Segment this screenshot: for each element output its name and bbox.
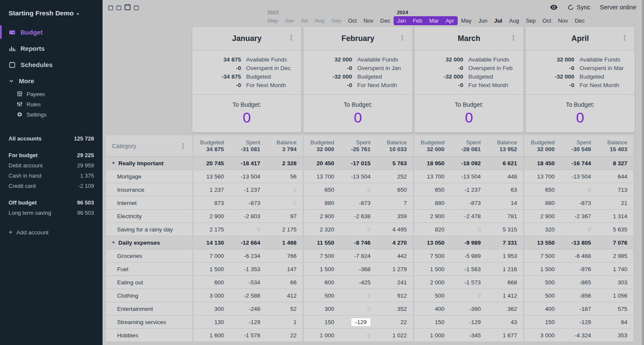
balance-cell[interactable]: 362 bbox=[487, 302, 523, 315]
category-cell[interactable]: Clothing bbox=[106, 289, 192, 302]
balance-cell[interactable]: 5 635 bbox=[597, 223, 633, 236]
spent-cell[interactable]: 0 bbox=[450, 289, 487, 302]
balance-cell[interactable]: 52 bbox=[266, 302, 303, 315]
spent-cell[interactable]: -873 bbox=[340, 196, 376, 209]
timeline-month-sep[interactable]: Sep bbox=[328, 16, 344, 25]
spent-cell[interactable]: -6 234 bbox=[230, 249, 266, 262]
balance-cell[interactable]: 66 bbox=[266, 276, 303, 289]
budgeted-cell[interactable]: 1 000 bbox=[414, 329, 450, 342]
budgeted-cell[interactable]: 1 600 bbox=[194, 329, 230, 342]
collapse-triangle-icon[interactable]: ▼ bbox=[112, 161, 115, 165]
spent-cell[interactable]: -2 478 bbox=[450, 210, 487, 222]
budgeted-cell[interactable]: 130 bbox=[194, 316, 230, 328]
timeline-month-jan2024[interactable]: Jan2024 bbox=[394, 16, 409, 25]
budgeted-cell[interactable]: 20 450 bbox=[304, 157, 340, 170]
balance-cell[interactable]: 4 270 bbox=[376, 236, 413, 249]
spent-cell[interactable]: -8 746 bbox=[340, 236, 376, 249]
budgeted-cell[interactable]: 1 500 bbox=[304, 263, 340, 275]
budgeted-cell[interactable]: 320 bbox=[524, 223, 561, 236]
spent-cell[interactable]: 0 bbox=[450, 223, 487, 236]
spent-cell[interactable]: -16 744 bbox=[561, 157, 597, 170]
balance-cell[interactable]: 2 328 bbox=[266, 157, 303, 170]
budgeted-cell[interactable]: 1 500 bbox=[524, 263, 561, 275]
budgeted-cell[interactable]: 600 bbox=[304, 276, 340, 289]
spent-cell[interactable]: -187 bbox=[561, 302, 597, 315]
balance-cell[interactable]: 21 bbox=[597, 196, 633, 209]
spent-cell[interactable]: -9 989 bbox=[450, 236, 487, 249]
timeline-month-jun[interactable]: Jun bbox=[475, 16, 491, 25]
balance-cell[interactable]: 64 bbox=[597, 316, 633, 328]
balance-cell[interactable]: 1 314 bbox=[597, 210, 633, 222]
spent-cell[interactable]: 0 bbox=[340, 289, 376, 302]
category-cell[interactable]: Hobbies bbox=[106, 329, 192, 342]
category-cell[interactable]: Internet bbox=[106, 196, 192, 210]
category-cell[interactable]: Entertainment bbox=[106, 302, 192, 316]
budgeted-cell[interactable]: 880 bbox=[304, 196, 340, 209]
spent-cell[interactable]: -534 bbox=[230, 276, 266, 289]
balance-cell[interactable]: 1 953 bbox=[487, 249, 523, 262]
balance-cell[interactable]: 766 bbox=[266, 249, 303, 262]
budgeted-cell[interactable]: 13 560 bbox=[194, 170, 230, 183]
spent-cell[interactable]: -1 237 bbox=[230, 183, 266, 196]
budgeted-cell[interactable]: 20 745 bbox=[194, 157, 230, 170]
spent-cell[interactable]: -4 324 bbox=[561, 329, 597, 342]
budget-file-menu[interactable]: Starting Fresh Demo ▾ bbox=[0, 0, 103, 24]
sync-button[interactable]: Sync bbox=[568, 4, 590, 11]
category-cell[interactable]: Streaming services bbox=[106, 316, 192, 329]
collapse-triangle-icon[interactable]: ▼ bbox=[112, 240, 115, 245]
balance-cell[interactable]: 8 327 bbox=[597, 157, 633, 170]
timeline-month-apr[interactable]: Apr bbox=[442, 16, 458, 25]
budgeted-cell[interactable]: 2 900 bbox=[194, 210, 230, 222]
balance-cell[interactable]: 43 bbox=[487, 316, 523, 328]
budgeted-cell[interactable]: 1 237 bbox=[194, 183, 230, 196]
balance-cell[interactable]: 0 bbox=[266, 183, 303, 196]
sidebar-item-payees[interactable]: Payees bbox=[0, 89, 103, 99]
spent-cell[interactable]: -2 803 bbox=[230, 210, 266, 222]
spent-cell[interactable]: -129 bbox=[340, 316, 376, 328]
timeline-month-dec[interactable]: Dec bbox=[571, 16, 588, 25]
balance-cell[interactable]: 412 bbox=[266, 289, 303, 302]
to-budget-button[interactable]: To Budget:0 bbox=[192, 95, 301, 132]
timeline-month-aug[interactable]: Aug bbox=[311, 16, 328, 25]
spent-cell[interactable]: -873 bbox=[230, 196, 266, 209]
spent-cell[interactable]: 0 bbox=[561, 223, 597, 236]
budgeted-cell[interactable]: 500 bbox=[524, 289, 561, 302]
timeline-month-jun[interactable]: Jun bbox=[282, 16, 297, 25]
category-cell[interactable]: ▼Really Important bbox=[106, 157, 192, 170]
month-menu-kebab-icon[interactable]: ⋮ bbox=[510, 35, 517, 40]
category-cell[interactable]: Electricity bbox=[106, 210, 192, 223]
budgeted-cell[interactable]: 11 550 bbox=[304, 236, 340, 249]
balance-cell[interactable]: 22 bbox=[266, 329, 303, 342]
budgeted-cell[interactable]: 1 500 bbox=[194, 263, 230, 275]
balance-cell[interactable]: 1 022 bbox=[376, 329, 413, 342]
timeline-month-oct[interactable]: Oct bbox=[344, 16, 360, 25]
month-count-button-3[interactable] bbox=[124, 3, 131, 11]
month-count-button-4[interactable] bbox=[133, 5, 139, 11]
account-group-row[interactable]: Off budget96 503 bbox=[9, 197, 94, 208]
spent-cell[interactable]: 0 bbox=[340, 302, 376, 315]
budgeted-cell[interactable]: 300 bbox=[304, 302, 340, 315]
budgeted-cell[interactable]: 400 bbox=[414, 302, 450, 315]
category-cell[interactable]: Fuel bbox=[106, 263, 192, 276]
timeline-month-mar[interactable]: Mar bbox=[426, 16, 442, 25]
balance-cell[interactable]: 5 315 bbox=[487, 223, 523, 236]
balance-cell[interactable]: 4 495 bbox=[376, 223, 413, 236]
balance-cell[interactable]: 1 056 bbox=[597, 289, 633, 302]
spent-cell[interactable]: 0 bbox=[340, 183, 376, 196]
budgeted-cell[interactable]: 3 000 bbox=[194, 289, 230, 302]
budgeted-cell[interactable]: 500 bbox=[414, 289, 450, 302]
spent-cell[interactable]: -129 bbox=[561, 316, 597, 328]
balance-cell[interactable]: 7 bbox=[376, 196, 413, 209]
balance-cell[interactable]: 1 466 bbox=[266, 236, 303, 249]
timeline-month-sep[interactable]: Sep bbox=[522, 16, 539, 25]
budgeted-cell[interactable]: 13 700 bbox=[304, 170, 340, 183]
timeline-month-oct[interactable]: Oct bbox=[539, 16, 555, 25]
spent-cell[interactable]: -248 bbox=[230, 302, 266, 315]
balance-cell[interactable]: 6 621 bbox=[487, 157, 523, 170]
to-budget-button[interactable]: To Budget:0 bbox=[303, 95, 412, 132]
category-cell[interactable]: Groceries bbox=[106, 249, 192, 263]
balance-cell[interactable]: 303 bbox=[597, 276, 633, 289]
month-menu-kebab-icon[interactable]: ⋮ bbox=[621, 35, 628, 40]
spent-cell[interactable]: -1 237 bbox=[450, 183, 487, 196]
balance-cell[interactable]: 448 bbox=[487, 170, 523, 183]
